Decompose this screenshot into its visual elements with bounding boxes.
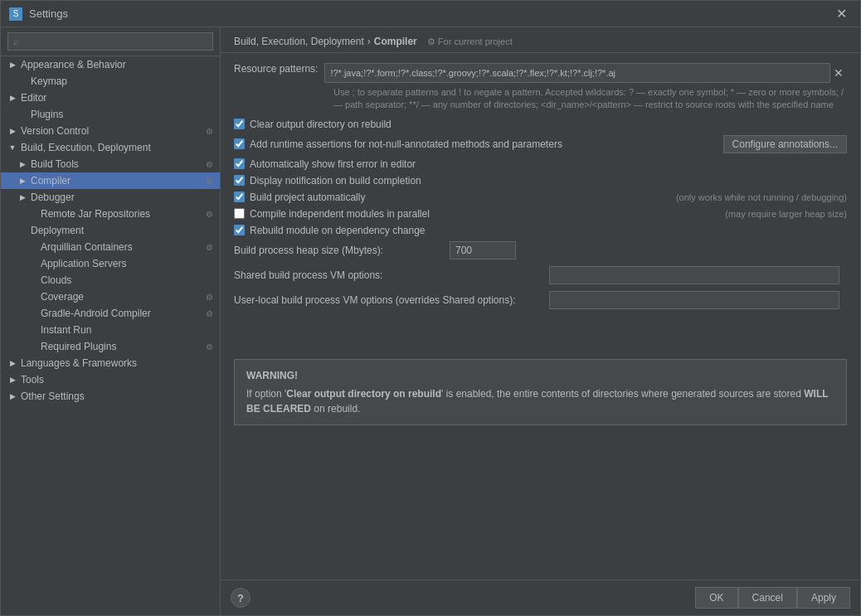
build-auto-label: Build project automatically [250,192,664,203]
sidebar-item-arrow-tools [7,375,17,385]
rebuild-module-checkbox[interactable] [234,225,245,235]
sidebar-item-build-tools[interactable]: Build Tools⚙ [1,156,220,172]
apply-button[interactable]: Apply [797,587,850,609]
breadcrumb-sub: ⚙ For current project [427,36,513,47]
sidebar-item-instant-run[interactable]: Instant Run [1,322,220,338]
sidebar-item-arrow-instant-run [27,325,37,335]
sidebar-item-arrow-clouds [27,275,37,285]
sidebar-item-label-build-exec-deploy: Build, Execution, Deployment [21,142,213,153]
sidebar-item-label-plugins: Plugins [31,109,213,120]
gear-icon: ⚙ [206,309,213,318]
sidebar-item-arrow-version-control [7,126,17,136]
resource-patterns-clear-button[interactable]: ✕ [830,65,847,81]
heap-size-row: Build process heap size (Mbytes): [234,241,847,259]
add-assertions-checkbox[interactable] [234,138,245,149]
build-auto-checkbox[interactable] [234,192,245,202]
sidebar-item-languages-frameworks[interactable]: Languages & Frameworks [1,355,220,371]
add-assertions-label: Add runtime assertions for not-null-anno… [250,138,712,150]
gear-icon: ⚙ [206,210,213,219]
sidebar-item-app-servers[interactable]: Application Servers [1,255,220,272]
panel-content: Resource patterns: ✕ Use ; to separate p… [221,53,860,580]
sidebar-item-debugger[interactable]: Debugger [1,189,220,206]
checkbox-build-auto-row: Build project automatically (only works … [234,192,847,203]
breadcrumb-current: Compiler [374,36,417,47]
sidebar-item-clouds[interactable]: Clouds [1,272,220,289]
sidebar-item-keymap[interactable]: Keymap [1,73,220,90]
sidebar-item-label-appearance: Appearance & Behavior [21,59,213,70]
sidebar-item-label-deployment: Deployment [31,225,213,236]
sidebar-item-arrow-plugins [17,109,27,119]
sidebar-item-editor[interactable]: Editor [1,90,220,106]
user-vm-row: User-local build process VM options (ove… [234,291,847,309]
sidebar-item-arrow-appearance [7,60,17,70]
sidebar-item-label-build-tools: Build Tools [31,158,202,170]
sidebar-item-gradle-android[interactable]: Gradle-Android Compiler⚙ [1,305,220,322]
show-first-error-checkbox[interactable] [234,158,245,169]
display-notification-checkbox[interactable] [234,175,245,186]
sidebar-item-label-debugger: Debugger [31,192,213,203]
clear-output-label: Clear output directory on rebuild [250,119,847,130]
sidebar-item-appearance[interactable]: Appearance & Behavior [1,56,220,73]
sidebar-item-label-compiler: Compiler [31,175,202,187]
shared-vm-input[interactable] [549,266,839,284]
search-box [1,27,220,56]
sidebar-item-arquillian[interactable]: Arquillian Containers⚙ [1,239,220,255]
search-input[interactable] [7,32,213,51]
gear-icon: ⚙ [206,127,213,136]
clear-output-checkbox[interactable] [234,119,245,129]
rebuild-module-label: Rebuild module on dependency change [250,225,847,236]
checkbox-assertions-row: Add runtime assertions for not-null-anno… [234,135,847,153]
user-vm-input[interactable] [549,291,839,309]
resource-patterns-input[interactable] [324,63,830,83]
user-vm-label: User-local build process VM options (ove… [234,294,549,306]
sidebar-item-arrow-keymap [17,76,27,86]
sidebar-item-remote-jar[interactable]: Remote Jar Repositories⚙ [1,206,220,222]
sidebar-item-version-control[interactable]: Version Control⚙ [1,123,220,139]
sidebar-item-deployment[interactable]: Deployment [1,222,220,239]
compile-parallel-checkbox[interactable] [234,208,245,219]
sidebar-item-label-coverage: Coverage [41,291,202,303]
sidebar-item-arrow-editor [7,93,17,103]
window-title: Settings [29,7,831,20]
breadcrumb-parent: Build, Execution, Deployment [234,36,364,47]
title-bar: S Settings ✕ [1,1,860,27]
sidebar-item-label-editor: Editor [21,92,213,104]
shared-vm-row: Shared build process VM options: [234,266,847,284]
display-notification-label: Display notification on build completion [250,175,847,187]
warning-section: WARNING! If option 'Clear output directo… [234,359,847,425]
sidebar-item-label-app-servers: Application Servers [41,258,213,269]
sidebar-item-compiler[interactable]: Compiler⚙ [1,172,220,189]
sidebar-item-coverage[interactable]: Coverage⚙ [1,289,220,305]
sidebar-item-arrow-languages-frameworks [7,358,17,368]
sidebar-item-arrow-app-servers [27,259,37,269]
sidebar-item-label-arquillian: Arquillian Containers [41,241,202,253]
compile-parallel-note: (may require larger heap size) [725,209,847,219]
heap-size-input[interactable] [450,241,516,259]
checkbox-compile-parallel-row: Compile independent modules in parallel … [234,208,847,220]
gear-icon: ⚙ [206,160,213,169]
sidebar-item-build-exec-deploy[interactable]: Build, Execution, Deployment [1,139,220,156]
sidebar-item-label-version-control: Version Control [21,125,202,137]
checkbox-clear-output-row: Clear output directory on rebuild [234,119,847,130]
configure-annotations-button[interactable]: Configure annotations... [723,135,847,153]
ok-button[interactable]: OK [695,587,737,609]
sidebar-item-arrow-coverage [27,292,37,302]
warning-title: WARNING! [246,368,834,383]
close-button[interactable]: ✕ [831,4,852,23]
help-button[interactable]: ? [231,588,251,608]
heap-label: Build process heap size (Mbytes): [234,245,450,256]
warning-text: If option 'Clear output directory on reb… [246,386,834,416]
sidebar-item-required-plugins[interactable]: Required Plugins⚙ [1,338,220,355]
sidebar-item-label-remote-jar: Remote Jar Repositories [41,208,202,220]
build-auto-note: (only works while not running / debuggin… [676,192,847,202]
cancel-button[interactable]: Cancel [738,587,797,609]
sidebar-item-plugins[interactable]: Plugins [1,106,220,123]
resource-patterns-label: Resource patterns: [234,63,318,75]
sidebar-item-arrow-gradle-android [27,308,37,318]
compile-parallel-label: Compile independent modules in parallel [250,208,713,220]
main-content: Appearance & BehaviorKeymapEditorPlugins… [1,27,860,615]
sidebar-item-other-settings[interactable]: Other Settings [1,388,220,405]
sidebar-item-tools[interactable]: Tools [1,371,220,388]
checkbox-rebuild-row: Rebuild module on dependency change [234,225,847,236]
resource-patterns-section: Resource patterns: ✕ Use ; to separate p… [234,63,847,112]
